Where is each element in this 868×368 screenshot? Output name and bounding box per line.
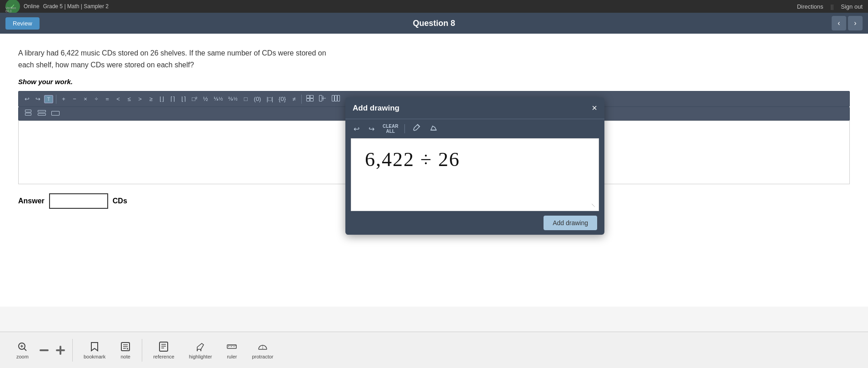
svg-rect-3 [310, 99, 313, 101]
modal-toolbar: ↩ ↪ CLEAR ALL [345, 119, 604, 138]
less-equal-symbol[interactable]: ≤ [125, 95, 134, 103]
superscript-symbol[interactable]: □² [190, 95, 199, 103]
row-table-button[interactable] [36, 109, 48, 118]
bracket-table-button[interactable] [22, 109, 34, 118]
protractor-label: protractor [252, 354, 273, 359]
equals-symbol[interactable]: = [103, 95, 112, 103]
square-symbol[interactable]: □ [241, 95, 250, 103]
not-equal-symbol[interactable]: ≠ [289, 95, 299, 103]
highlighter-tool[interactable]: highlighter [182, 338, 219, 363]
highlighter-icon [195, 341, 206, 352]
eraser-button[interactable] [427, 122, 440, 136]
less-than-symbol[interactable]: < [114, 95, 123, 103]
redo-button[interactable]: ↪ [33, 95, 42, 103]
question-title: Question 8 [413, 19, 455, 28]
reference-tool[interactable]: reference [146, 338, 181, 363]
greater-than-symbol[interactable]: > [135, 95, 145, 103]
plus-symbol[interactable]: + [59, 95, 68, 103]
note-tool[interactable]: note [113, 338, 138, 363]
times-symbol[interactable]: × [81, 95, 90, 103]
zoom-tool[interactable]: zoom [9, 338, 36, 363]
ruler-label: ruler [227, 354, 237, 359]
paren-symbol[interactable]: (0) [252, 95, 263, 103]
answer-label: Answer [18, 197, 45, 205]
greater-equal-symbol[interactable]: ≥ [146, 95, 155, 103]
text-mode-button[interactable]: T [44, 95, 53, 103]
table-add-col-button[interactable] [317, 94, 328, 104]
minus-symbol[interactable]: − [70, 95, 79, 103]
note-label: note [120, 354, 130, 359]
reference-icon [158, 341, 169, 352]
online-badge: ✓ Version 68.0 [5, 0, 20, 14]
zoom-in-tool[interactable] [52, 341, 69, 359]
drawing-content: 6,422 ÷ 26 [351, 139, 599, 180]
modal-header: Add drawing × [345, 97, 604, 119]
divide-symbol[interactable]: ÷ [92, 95, 101, 103]
bookmark-label: bookmark [84, 354, 105, 359]
clear-all-button[interactable]: CLEAR ALL [381, 123, 400, 135]
table-3col-button[interactable] [330, 94, 342, 104]
toolbar-section-divider-1 [72, 339, 73, 362]
table-2x2-button[interactable] [304, 94, 315, 104]
question-text-line1: A library had 6,422 music CDs stored on … [18, 49, 326, 57]
minus-icon [39, 345, 50, 356]
svg-rect-13 [38, 114, 46, 116]
ruler-icon [226, 341, 237, 352]
toolbar-section-divider-2 [142, 339, 142, 362]
svg-rect-12 [38, 111, 46, 112]
top-bar: ✓ Version 68.0 Online Grade 5 | Math | S… [0, 0, 868, 13]
floor-symbol[interactable]: ⌊⌋ [157, 95, 166, 103]
fraction-symbol[interactable]: ⅓½ [212, 95, 224, 103]
bottom-toolbar: zoom bookmark note [0, 332, 868, 368]
abs-symbol[interactable]: |□| [264, 95, 275, 103]
svg-rect-0 [306, 96, 309, 98]
brace-symbol[interactable]: {0} [277, 95, 288, 103]
resize-handle[interactable]: ⟍ [590, 202, 597, 209]
next-button[interactable]: › [848, 16, 863, 30]
pencil-button[interactable] [409, 122, 423, 136]
top-bar-left: ✓ Version 68.0 Online Grade 5 | Math | S… [5, 0, 109, 14]
svg-rect-23 [56, 349, 65, 351]
review-button[interactable]: Review [5, 17, 40, 30]
svg-rect-7 [332, 96, 334, 101]
nav-buttons: ‹ › [832, 16, 863, 30]
half-symbol[interactable]: ½ [201, 95, 210, 103]
version-label: Version 68.0 [5, 6, 20, 13]
bookmark-tool[interactable]: bookmark [76, 338, 113, 363]
modal-footer: Add drawing [345, 211, 604, 235]
main-content: A library had 6,422 music CDs stored on … [0, 34, 868, 307]
add-drawing-button[interactable]: Add drawing [544, 216, 597, 230]
svg-rect-2 [306, 99, 309, 101]
svg-rect-1 [310, 96, 313, 98]
zoom-out-tool[interactable] [36, 341, 52, 359]
modal-redo-button[interactable]: ↪ [366, 123, 377, 135]
modal-undo-button[interactable]: ↩ [351, 123, 362, 135]
protractor-tool[interactable]: protractor [244, 338, 280, 363]
single-row-button[interactable] [50, 109, 61, 118]
toolbar-divider-1 [56, 95, 56, 104]
toolbar-divider-2 [301, 95, 302, 104]
svg-rect-14 [52, 111, 60, 116]
ruler-tool[interactable]: ruler [219, 338, 244, 363]
prev-button[interactable]: ‹ [832, 16, 846, 30]
modal-title: Add drawing [353, 104, 399, 113]
answer-input[interactable] [49, 193, 108, 209]
undo-button[interactable]: ↩ [22, 95, 31, 103]
reference-label: reference [153, 354, 174, 359]
bookmark-icon [89, 341, 100, 352]
question-text-line2: each shelf, how many CDs were stored on … [18, 61, 194, 69]
drawing-canvas[interactable]: 6,422 ÷ 26 ⟍ [351, 138, 599, 211]
modal-close-button[interactable]: × [592, 103, 597, 113]
signout-link[interactable]: Sign out [841, 3, 863, 10]
modal-toolbar-divider [404, 124, 405, 133]
svg-line-18 [24, 348, 26, 351]
note-icon [120, 341, 131, 352]
fraction2-symbol[interactable]: ⅔½ [226, 95, 239, 103]
ceil-symbol[interactable]: ⌈⌉ [168, 95, 177, 103]
mixed-bracket-symbol[interactable]: ⌊⌉ [179, 95, 188, 103]
svg-rect-21 [40, 349, 49, 351]
directions-link[interactable]: Directions [797, 3, 823, 10]
svg-rect-4 [319, 96, 322, 101]
zoom-label: zoom [16, 354, 29, 359]
divider: || [831, 3, 834, 10]
